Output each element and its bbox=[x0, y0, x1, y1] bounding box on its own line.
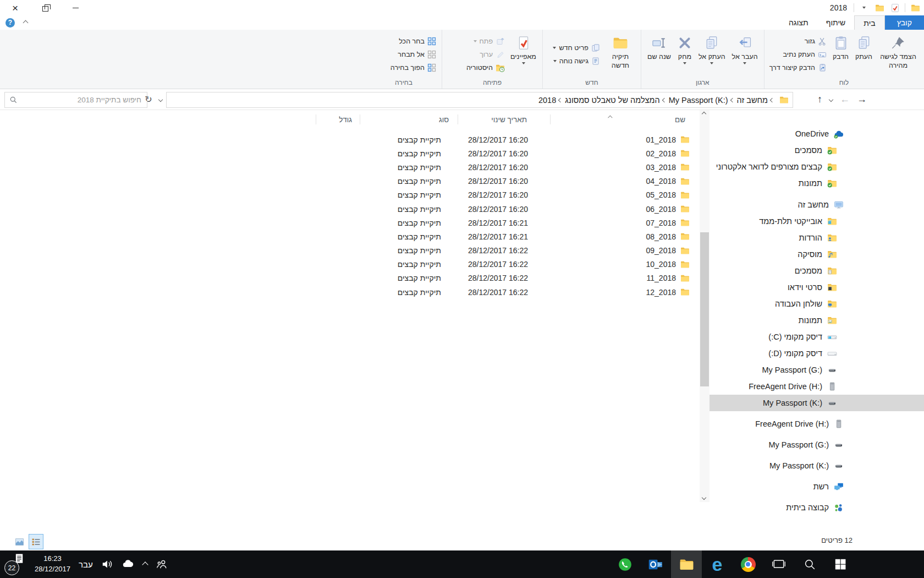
tab-file[interactable]: קובץ bbox=[885, 15, 924, 30]
address-bar[interactable]: מחשב זהMy Passport (K:)המצלמה של טאבלט ס… bbox=[166, 92, 793, 108]
rename-button[interactable]: שנה שם bbox=[644, 31, 674, 78]
notification-area[interactable]: 22 bbox=[4, 553, 26, 575]
sidebar-item[interactable]: הורדות bbox=[710, 230, 924, 246]
sidebar-item[interactable]: מחשב זה bbox=[710, 197, 924, 213]
column-header-name[interactable]: שם bbox=[550, 110, 700, 129]
sidebar-item[interactable]: קבוצה ביתית bbox=[710, 497, 924, 518]
search-taskbar-button[interactable] bbox=[794, 550, 825, 578]
edit-button[interactable]: ערוך bbox=[466, 49, 505, 60]
sidebar-item[interactable]: FreeAgent Drive (H:) bbox=[710, 413, 924, 434]
copy-to-button[interactable]: העתק אל bbox=[695, 31, 729, 78]
paste-shortcut-button[interactable]: הדבק קיצור דרך bbox=[769, 62, 827, 73]
sidebar-item[interactable]: רשת bbox=[710, 476, 924, 497]
sidebar-item[interactable]: תמונות bbox=[710, 175, 924, 192]
file-row[interactable]: 2018_03 28/12/2017 16:20 תיקיית קבצים bbox=[0, 160, 700, 174]
edge-taskbar-button[interactable]: e bbox=[702, 550, 733, 578]
column-header-date[interactable]: תאריך שינוי bbox=[458, 110, 550, 129]
people-icon[interactable] bbox=[156, 558, 168, 570]
file-row[interactable]: 2018_12 28/12/2017 16:22 תיקיית קבצים bbox=[0, 285, 700, 299]
onedrive-tray-icon[interactable] bbox=[122, 558, 135, 571]
easy-access-button[interactable]: גישה נוחה bbox=[553, 56, 600, 67]
collapse-ribbon-button[interactable] bbox=[23, 20, 29, 25]
file-row[interactable]: 2018_05 28/12/2017 16:20 תיקיית קבצים bbox=[0, 188, 700, 202]
scroll-up-arrow[interactable] bbox=[702, 112, 706, 116]
history-button[interactable]: היסטוריה bbox=[466, 62, 505, 73]
qat-properties-button[interactable] bbox=[889, 2, 900, 14]
sidebar-item[interactable]: My Passport (G:) bbox=[710, 434, 924, 455]
delete-button[interactable]: מחק bbox=[674, 31, 695, 78]
qat-new-folder-button[interactable] bbox=[874, 2, 885, 14]
taskbar-clock[interactable]: 16:23 28/12/2017 bbox=[35, 554, 70, 575]
new-folder-button[interactable]: תיקיה חדשה bbox=[603, 31, 638, 78]
address-dropdown-button[interactable] bbox=[156, 92, 166, 107]
properties-button[interactable]: מאפיינים bbox=[507, 31, 540, 78]
sidebar-item[interactable]: OneDrive bbox=[710, 126, 924, 142]
breadcrumb-item[interactable]: 2018 bbox=[537, 96, 557, 105]
sidebar-item[interactable]: שולחן העבודה bbox=[710, 296, 924, 312]
sidebar-item[interactable]: אובייקטי תלת-ממד bbox=[710, 213, 924, 230]
select-none-button[interactable]: אל תבחר bbox=[391, 49, 437, 60]
file-row[interactable]: 2018_09 28/12/2017 16:22 תיקיית קבצים bbox=[0, 244, 700, 258]
file-list-scrollbar[interactable] bbox=[700, 110, 710, 502]
sidebar-item[interactable]: דיסק מקומי (D:) bbox=[710, 345, 924, 362]
language-indicator[interactable]: עבר bbox=[79, 560, 93, 569]
tab-share[interactable]: שיתוף bbox=[817, 15, 855, 30]
file-row[interactable]: 2018_06 28/12/2017 16:20 תיקיית קבצים bbox=[0, 202, 700, 216]
file-row[interactable]: 2018_04 28/12/2017 16:20 תיקיית קבצים bbox=[0, 175, 700, 188]
close-button[interactable]: × bbox=[0, 0, 30, 15]
sidebar-item[interactable]: דיסק מקומי (C:) bbox=[710, 329, 924, 345]
qat-customize-button[interactable] bbox=[859, 2, 870, 14]
column-header-size[interactable]: גודל bbox=[316, 110, 360, 129]
details-view-button[interactable] bbox=[29, 534, 43, 549]
copy-path-button[interactable]: העתק נתיב bbox=[769, 49, 827, 60]
forward-button[interactable]: ← bbox=[840, 94, 850, 105]
volume-icon[interactable] bbox=[101, 558, 113, 570]
column-header-type[interactable]: סוג bbox=[360, 110, 458, 129]
show-hidden-icons-button[interactable] bbox=[143, 559, 147, 569]
breadcrumb-item[interactable]: מחשב זה bbox=[736, 96, 769, 105]
sidebar-item[interactable]: מוסיקה bbox=[710, 246, 924, 263]
restore-button[interactable] bbox=[30, 0, 61, 15]
cut-button[interactable]: גזור bbox=[769, 36, 827, 47]
open-button[interactable]: פתח bbox=[466, 36, 505, 47]
recent-locations-dropdown[interactable] bbox=[829, 97, 833, 101]
paste-button[interactable]: הדבק bbox=[829, 31, 852, 78]
help-button[interactable]: ? bbox=[6, 18, 15, 28]
search-input[interactable] bbox=[21, 95, 142, 105]
new-item-button[interactable]: פריט חדש bbox=[553, 42, 600, 53]
start-taskbar-button[interactable] bbox=[825, 550, 856, 578]
minimize-button[interactable] bbox=[61, 0, 91, 15]
thumbnail-view-button[interactable] bbox=[12, 534, 27, 549]
file-row[interactable]: 2018_02 28/12/2017 16:20 תיקיית קבצים bbox=[0, 146, 700, 160]
tab-home[interactable]: בית bbox=[854, 15, 884, 30]
select-all-button[interactable]: בחר הכל bbox=[391, 36, 437, 47]
outlook-taskbar-button[interactable] bbox=[640, 550, 671, 578]
sidebar-item[interactable]: קבצים מצורפים לדואר אלקטרוני bbox=[710, 159, 924, 175]
tab-view[interactable]: תצוגה bbox=[780, 15, 817, 30]
file-row[interactable]: 2018_08 28/12/2017 16:21 תיקיית קבצים bbox=[0, 230, 700, 243]
sidebar-item[interactable]: סרטי וידאו bbox=[710, 279, 924, 296]
explorer-taskbar-button[interactable] bbox=[671, 550, 702, 578]
sidebar-item[interactable]: My Passport (K:) bbox=[710, 395, 924, 411]
up-button[interactable]: ↑ bbox=[817, 94, 822, 105]
chrome-taskbar-button[interactable] bbox=[733, 550, 763, 578]
sidebar-item[interactable]: תמונות bbox=[710, 312, 924, 329]
scroll-down-arrow[interactable] bbox=[702, 495, 706, 500]
move-to-button[interactable]: העבר אל bbox=[729, 31, 761, 78]
whatsapp-taskbar-button[interactable] bbox=[609, 550, 640, 578]
back-button[interactable]: → bbox=[857, 94, 867, 105]
task-view-taskbar-button[interactable] bbox=[763, 550, 794, 578]
file-row[interactable]: 2018_11 28/12/2017 16:22 תיקיית קבצים bbox=[0, 271, 700, 285]
breadcrumb-item[interactable]: המצלמה של טאבלט סמסונג bbox=[564, 96, 661, 105]
sidebar-item[interactable]: My Passport (K:) bbox=[710, 455, 924, 476]
file-row[interactable]: 2018_10 28/12/2017 16:22 תיקיית קבצים bbox=[0, 258, 700, 271]
invert-selection-button[interactable]: הפוך בחירה bbox=[391, 62, 437, 73]
sidebar-item[interactable]: מסמכים bbox=[710, 263, 924, 279]
sidebar-item[interactable]: מסמכים bbox=[710, 142, 924, 159]
file-row[interactable]: 2018_01 28/12/2017 16:20 תיקיית קבצים bbox=[0, 133, 700, 146]
sidebar-item[interactable]: My Passport (G:) bbox=[710, 362, 924, 378]
scrollbar-thumb[interactable] bbox=[700, 232, 709, 386]
pin-to-quick-access-button[interactable]: הצמד לגישה מהירה bbox=[876, 31, 921, 78]
sidebar-item[interactable]: FreeAgent Drive (H:) bbox=[710, 378, 924, 395]
breadcrumb-item[interactable]: My Passport (K:) bbox=[668, 96, 729, 105]
